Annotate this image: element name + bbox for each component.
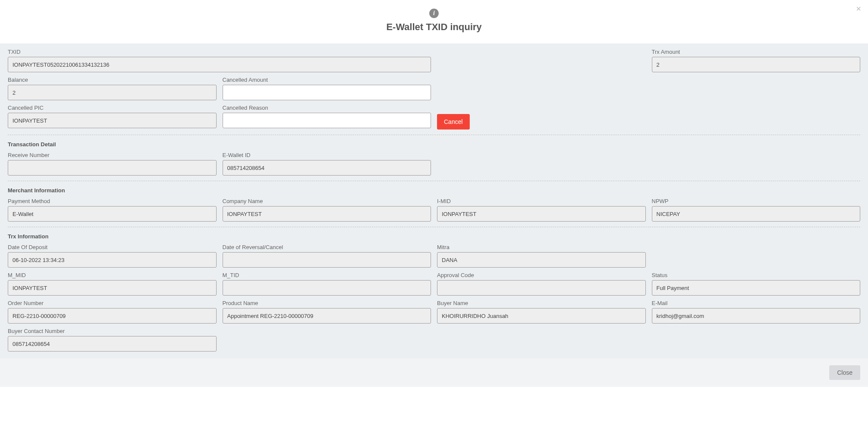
field-txid: TXID [8, 49, 431, 72]
company-name-input [223, 206, 431, 222]
payment-method-label: Payment Method [8, 198, 217, 204]
cancel-button[interactable]: Cancel [437, 114, 470, 130]
cancelled-pic-input [8, 113, 217, 128]
field-cancelled-amount: Cancelled Amount [223, 77, 431, 100]
cancelled-reason-label: Cancelled Reason [223, 105, 431, 111]
field-m-mid: M_MID [8, 272, 217, 296]
buyer-name-label: Buyer Name [437, 300, 646, 306]
ewallet-id-label: E-Wallet ID [223, 152, 431, 158]
balance-input [8, 85, 217, 100]
npwp-label: NPWP [652, 198, 861, 204]
approval-code-input [437, 280, 646, 296]
m-tid-label: M_TID [223, 272, 431, 278]
field-buyer-contact: Buyer Contact Number [8, 328, 217, 352]
close-button[interactable]: Close [829, 365, 860, 380]
field-imid: I-MID [437, 198, 646, 222]
status-label: Status [652, 272, 861, 278]
balance-label: Balance [8, 77, 217, 83]
modal-header: × i E-Wallet TXID inquiry [0, 0, 868, 43]
field-approval-code: Approval Code [437, 272, 646, 296]
field-status: Status [652, 272, 861, 296]
order-number-input [8, 308, 217, 324]
modal-footer: Close [0, 358, 868, 387]
mitra-label: Mitra [437, 244, 646, 250]
section-merchant-information: Merchant Information [8, 185, 860, 194]
product-name-label: Product Name [223, 300, 431, 306]
npwp-input [652, 206, 861, 222]
field-npwp: NPWP [652, 198, 861, 222]
status-input [652, 280, 861, 296]
date-of-deposit-label: Date Of Deposit [8, 244, 217, 250]
order-number-label: Order Number [8, 300, 217, 306]
field-date-of-reversal: Date of Reversal/Cancel [223, 244, 431, 268]
receive-number-input [8, 160, 217, 176]
close-icon[interactable]: × [856, 4, 861, 13]
buyer-contact-label: Buyer Contact Number [8, 328, 217, 334]
trx-amount-label: Trx Amount [652, 49, 861, 55]
imid-input [437, 206, 646, 222]
section-transaction-detail: Transaction Detail [8, 139, 860, 148]
buyer-name-input [437, 308, 646, 324]
approval-code-label: Approval Code [437, 272, 646, 278]
trx-amount-input [652, 57, 861, 72]
date-of-deposit-input [8, 252, 217, 268]
field-date-of-deposit: Date Of Deposit [8, 244, 217, 268]
date-of-reversal-label: Date of Reversal/Cancel [223, 244, 431, 250]
field-cancelled-reason: Cancelled Reason [223, 105, 431, 130]
field-m-tid: M_TID [223, 272, 431, 296]
cancelled-pic-label: Cancelled PIC [8, 105, 217, 111]
date-of-reversal-input [223, 252, 431, 268]
field-balance: Balance [8, 77, 217, 100]
product-name-input [223, 308, 431, 324]
field-receive-number: Receive Number [8, 152, 217, 176]
email-input [652, 308, 861, 324]
cancelled-amount-label: Cancelled Amount [223, 77, 431, 83]
field-email: E-Mail [652, 300, 861, 324]
field-cancelled-pic: Cancelled PIC [8, 105, 217, 130]
divider [8, 135, 860, 135]
cancelled-reason-input[interactable] [223, 113, 431, 128]
modal-body: TXID Trx Amount Balance Cancelled Amount… [0, 43, 868, 358]
field-trx-amount: Trx Amount [652, 49, 861, 72]
section-trx-information: Trx Information [8, 231, 860, 240]
mitra-input [437, 252, 646, 268]
company-name-label: Company Name [223, 198, 431, 204]
txid-input [8, 57, 431, 72]
field-mitra: Mitra [437, 244, 646, 268]
field-company-name: Company Name [223, 198, 431, 222]
field-product-name: Product Name [223, 300, 431, 324]
info-icon: i [429, 9, 439, 18]
divider [8, 181, 860, 181]
cancelled-amount-input[interactable] [223, 85, 431, 100]
imid-label: I-MID [437, 198, 646, 204]
field-ewallet-id: E-Wallet ID [223, 152, 431, 176]
email-label: E-Mail [652, 300, 861, 306]
m-mid-label: M_MID [8, 272, 217, 278]
field-buyer-name: Buyer Name [437, 300, 646, 324]
txid-label: TXID [8, 49, 431, 55]
field-payment-method: Payment Method [8, 198, 217, 222]
m-tid-input [223, 280, 431, 296]
ewallet-id-input [223, 160, 431, 176]
payment-method-input [8, 206, 217, 222]
m-mid-input [8, 280, 217, 296]
buyer-contact-input [8, 336, 217, 352]
divider [8, 227, 860, 227]
modal-title: E-Wallet TXID inquiry [9, 22, 859, 33]
field-order-number: Order Number [8, 300, 217, 324]
receive-number-label: Receive Number [8, 152, 217, 158]
